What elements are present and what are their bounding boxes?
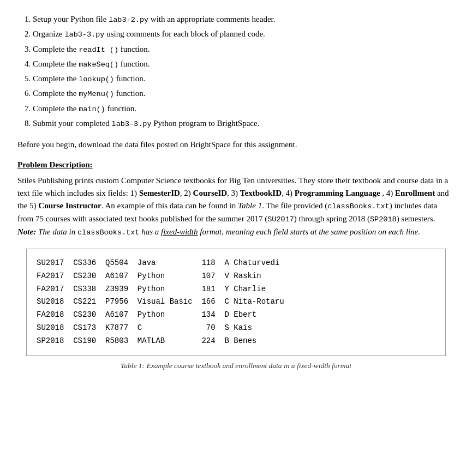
instruction-item: Submit your completed lab3-3.py Python p…	[33, 117, 455, 130]
section-title: Problem Description:	[17, 159, 455, 171]
instruction-item: Complete the readIt () function.	[33, 43, 455, 56]
data-table-content: SU2017 CS336 Q5504 Java 118 A Chaturvedi…	[37, 257, 435, 348]
intro-note: Before you begin, download the data file…	[17, 138, 455, 151]
instruction-item: Complete the main() function.	[33, 103, 455, 115]
table-caption: Table 1: Example course textbook and enr…	[17, 360, 455, 371]
instruction-item: Complete the lookup() function.	[33, 73, 455, 85]
instruction-item: Organize lab3-3.py using comments for ea…	[33, 28, 455, 40]
instruction-item: Complete the makeSeq() function.	[33, 58, 455, 70]
problem-description: Problem Description: Stiles Publishing p…	[17, 159, 455, 239]
data-table-container: SU2017 CS336 Q5504 Java 118 A Chaturvedi…	[26, 249, 446, 356]
problem-paragraph: Stiles Publishing prints custom Computer…	[17, 174, 455, 239]
instruction-item: Complete the myMenu() function.	[33, 87, 455, 100]
instructions-list: Setup your Python file lab3-2.py with an…	[33, 13, 455, 130]
instruction-item: Setup your Python file lab3-2.py with an…	[33, 13, 455, 26]
